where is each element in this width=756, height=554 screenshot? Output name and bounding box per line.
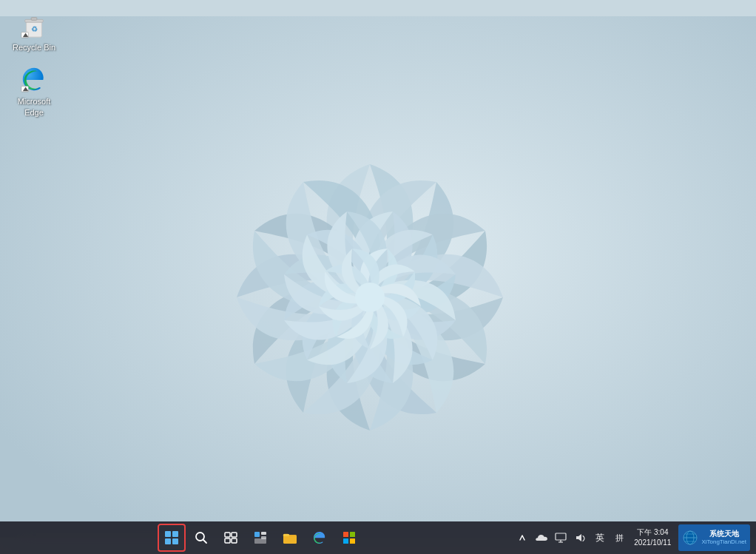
windows-logo <box>165 531 178 544</box>
svg-rect-15 <box>225 538 230 543</box>
keyboard-text: 拼 <box>615 533 624 544</box>
store-button[interactable] <box>335 524 363 552</box>
language-indicator[interactable]: 英 <box>591 524 609 552</box>
svg-rect-5 <box>31 18 37 21</box>
sound-icon[interactable] <box>572 524 588 552</box>
clock-button[interactable]: 下午 3:04 2021/10/11 <box>630 524 675 552</box>
svg-rect-13 <box>225 533 230 537</box>
display-icon[interactable] <box>553 524 569 552</box>
desktop: ♻ Recycle Bin <box>0 0 756 554</box>
task-view-button[interactable] <box>217 524 245 552</box>
edge-icon[interactable]: MicrosoftEdge <box>7 61 61 121</box>
site-name: 系统天地 <box>709 530 739 538</box>
file-explorer-button[interactable] <box>276 524 304 552</box>
desktop-icons: ♻ Recycle Bin <box>7 7 61 121</box>
start-button[interactable] <box>158 524 186 552</box>
edge-label: MicrosoftEdge <box>18 96 51 118</box>
edge-taskbar-icon <box>312 530 327 545</box>
taskbar: 英 拼 下午 3:04 2021/10/11 <box>0 521 756 554</box>
svg-text:♻: ♻ <box>31 25 38 33</box>
edge-image <box>19 64 49 94</box>
svg-rect-26 <box>350 538 355 544</box>
chevron-up-icon <box>519 533 525 542</box>
edge-taskbar-button[interactable] <box>306 524 334 552</box>
site-globe-icon <box>682 530 698 546</box>
taskbar-center-items <box>6 524 514 552</box>
svg-rect-22 <box>283 534 289 536</box>
svg-rect-20 <box>254 538 266 544</box>
svg-rect-27 <box>556 533 566 540</box>
recycle-bin-icon[interactable]: ♻ Recycle Bin <box>7 7 61 55</box>
svg-rect-16 <box>232 538 237 543</box>
system-tray: 英 拼 下午 3:04 2021/10/11 <box>514 521 750 554</box>
widgets-button[interactable] <box>246 524 274 552</box>
cloud-icon <box>536 533 547 542</box>
search-icon <box>195 531 208 544</box>
monitor-icon <box>555 533 567 543</box>
store-icon <box>342 530 357 545</box>
site-badge[interactable]: 系统天地 XiTongTianDi.net <box>678 524 750 551</box>
svg-rect-25 <box>343 538 348 544</box>
win-logo-cell-1 <box>165 531 171 537</box>
task-view-icon <box>224 531 237 544</box>
svg-line-12 <box>203 540 206 544</box>
show-hidden-icons-button[interactable] <box>514 524 530 552</box>
recycle-bin-svg: ♻ <box>20 11 48 39</box>
edge-svg <box>20 65 48 93</box>
recycle-bin-image: ♻ <box>19 10 49 40</box>
search-button[interactable] <box>187 524 215 552</box>
svg-rect-17 <box>254 532 260 537</box>
onedrive-icon[interactable] <box>533 524 550 552</box>
file-explorer-icon <box>283 531 297 544</box>
widgets-icon <box>254 531 267 544</box>
svg-rect-14 <box>232 533 237 537</box>
win-logo-cell-3 <box>165 538 171 544</box>
win-logo-cell-4 <box>172 538 178 544</box>
time-display: 下午 3:04 <box>637 527 668 538</box>
recycle-bin-label: Recycle Bin <box>13 42 55 53</box>
keyboard-indicator[interactable]: 拼 <box>612 524 627 552</box>
svg-rect-23 <box>343 532 348 537</box>
wallpaper <box>0 0 756 554</box>
svg-rect-24 <box>350 532 355 537</box>
language-text: 英 <box>595 532 604 544</box>
svg-point-1 <box>355 283 385 312</box>
date-display: 2021/10/11 <box>634 538 671 548</box>
svg-rect-18 <box>261 532 266 535</box>
win-logo-cell-2 <box>172 531 178 537</box>
speaker-icon <box>575 533 585 543</box>
site-url: XiTongTianDi.net <box>701 538 746 546</box>
